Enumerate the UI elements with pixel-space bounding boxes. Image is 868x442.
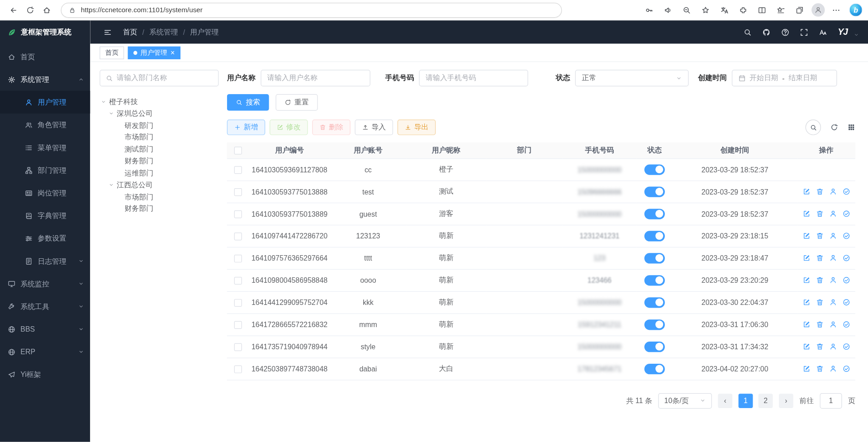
collections-icon[interactable] (792, 2, 807, 18)
reset-password-icon[interactable] (829, 232, 837, 240)
sidebar-item-erp[interactable]: ERP (0, 341, 90, 363)
row-checkbox[interactable] (234, 255, 242, 262)
assign-role-icon[interactable] (842, 188, 850, 195)
tree-node[interactable]: 江西总公司 (100, 179, 218, 191)
import-button[interactable]: 导入 (355, 119, 393, 135)
tree-node[interactable]: 运维部门 (100, 167, 218, 179)
caret-down-icon[interactable] (101, 99, 106, 105)
breadcrumb-item[interactable]: 系统管理 (149, 27, 178, 37)
collapse-sidebar-icon[interactable] (100, 24, 115, 40)
delete-icon[interactable] (816, 210, 823, 218)
font-size-icon[interactable] (819, 28, 827, 36)
refresh-icon[interactable] (22, 2, 38, 18)
user-avatar[interactable]: YJ (838, 27, 848, 37)
status-toggle[interactable] (645, 275, 665, 285)
tree-node[interactable]: 测试部门 (100, 143, 218, 155)
edit-icon[interactable] (802, 276, 810, 284)
phone-input[interactable]: 请输入手机号码 (419, 70, 528, 86)
sidebar-item-post-management[interactable]: 岗位管理 (0, 181, 90, 204)
tree-node[interactable]: 研发部门 (100, 119, 218, 131)
tree-node[interactable]: 财务部门 (100, 203, 218, 215)
username-input[interactable]: 请输入用户名称 (261, 70, 370, 86)
edit-icon[interactable] (802, 365, 810, 373)
status-select[interactable]: 正常 (575, 70, 689, 86)
sidebar-item-user-management[interactable]: 用户管理 (0, 91, 90, 114)
edit-icon[interactable] (802, 210, 810, 218)
copilot-icon[interactable]: b (849, 3, 862, 16)
assign-role-icon[interactable] (842, 299, 850, 306)
reset-password-icon[interactable] (829, 343, 837, 351)
assign-role-icon[interactable] (842, 276, 850, 284)
breadcrumb-item[interactable]: 首页 (123, 27, 138, 37)
assign-role-icon[interactable] (842, 232, 850, 240)
sidebar-item-home[interactable]: 首页 (0, 45, 90, 68)
delete-icon[interactable] (816, 232, 823, 240)
back-icon[interactable] (5, 2, 21, 18)
reset-password-icon[interactable] (829, 210, 837, 218)
tree-node[interactable]: 市场部门 (100, 132, 218, 143)
row-checkbox[interactable] (234, 166, 242, 174)
row-checkbox[interactable] (234, 343, 242, 351)
tab-close-icon[interactable]: × (171, 49, 175, 56)
status-toggle[interactable] (645, 319, 665, 330)
row-checkbox[interactable] (234, 365, 242, 373)
delete-icon[interactable] (816, 365, 823, 373)
reset-password-icon[interactable] (829, 188, 837, 195)
delete-icon[interactable] (816, 276, 823, 284)
edit-icon[interactable] (802, 188, 810, 195)
tree-node[interactable]: 财务部门 (100, 155, 218, 167)
github-icon[interactable] (763, 28, 771, 36)
prev-page-button[interactable]: ‹ (718, 394, 732, 408)
reset-password-icon[interactable] (829, 299, 837, 306)
search-icon[interactable] (744, 28, 752, 36)
select-all-checkbox[interactable] (234, 147, 242, 154)
delete-icon[interactable] (816, 321, 823, 328)
edit-icon[interactable] (802, 232, 810, 240)
tab-首页[interactable]: 首页 (100, 46, 124, 59)
assign-role-icon[interactable] (842, 343, 850, 351)
caret-down-icon[interactable] (109, 111, 114, 116)
add-button[interactable]: 新增 (227, 119, 265, 135)
delete-button[interactable]: 删除 (312, 119, 350, 135)
reset-password-icon[interactable] (829, 276, 837, 284)
next-page-button[interactable]: › (779, 394, 793, 408)
reset-password-icon[interactable] (829, 365, 837, 373)
assign-role-icon[interactable] (842, 365, 850, 373)
status-toggle[interactable] (645, 297, 665, 308)
more-icon[interactable] (828, 2, 844, 18)
edit-button[interactable]: 修改 (270, 119, 308, 135)
tree-node[interactable]: 深圳总公司 (100, 108, 218, 119)
sidebar-item-system-monitor[interactable]: 系统监控 (0, 272, 90, 295)
favorite-add-icon[interactable] (697, 2, 713, 18)
edit-icon[interactable] (802, 343, 810, 351)
zoom-icon[interactable] (678, 2, 694, 18)
row-checkbox[interactable] (234, 188, 242, 196)
tab-用户管理[interactable]: 用户管理× (128, 46, 180, 59)
reset-password-icon[interactable] (829, 254, 837, 262)
row-checkbox[interactable] (234, 277, 242, 285)
search-button[interactable]: 搜索 (227, 94, 269, 111)
sidebar-item-menu-management[interactable]: 菜单管理 (0, 136, 90, 159)
edit-icon[interactable] (802, 321, 810, 328)
sidebar-item-param-settings[interactable]: 参数设置 (0, 227, 90, 250)
address-bar[interactable]: https://ccnetcore.com:1101/system/user (61, 3, 562, 18)
sidebar-item-dept-management[interactable]: 部门管理 (0, 159, 90, 181)
assign-role-icon[interactable] (842, 254, 850, 262)
date-range-input[interactable]: 开始日期 - 结束日期 (732, 70, 837, 86)
assign-role-icon[interactable] (842, 321, 850, 328)
delete-icon[interactable] (816, 254, 823, 262)
tree-node[interactable]: 橙子科技 (100, 96, 218, 108)
reset-button[interactable]: 重置 (275, 94, 318, 111)
status-toggle[interactable] (645, 342, 665, 352)
question-icon[interactable] (781, 28, 789, 36)
status-toggle[interactable] (645, 231, 665, 241)
sidebar-item-bbs[interactable]: BBS (0, 318, 90, 340)
assign-role-icon[interactable] (842, 210, 850, 218)
status-toggle[interactable] (645, 253, 665, 263)
status-toggle[interactable] (645, 164, 665, 175)
row-checkbox[interactable] (234, 233, 242, 240)
delete-icon[interactable] (816, 188, 823, 195)
sidebar-item-system-tools[interactable]: 系统工具 (0, 295, 90, 318)
tree-node[interactable]: 市场部门 (100, 191, 218, 203)
sidebar-item-dict-management[interactable]: 字典管理 (0, 204, 90, 227)
